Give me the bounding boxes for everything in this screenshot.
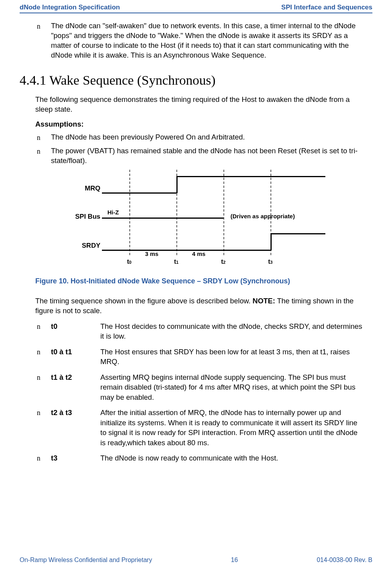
assumptions-list: The dNode has been previously Powered On… bbox=[35, 132, 365, 166]
diagram-vline-t0 bbox=[129, 170, 130, 255]
srdy-high-segment bbox=[270, 233, 325, 234]
footer-left: On-Ramp Wireless Confidential and Propri… bbox=[20, 557, 152, 564]
intro-bullet: The dNode can "self-awaken" due to netwo… bbox=[51, 21, 365, 60]
timing-item: t0 The Host decides to communicate with … bbox=[51, 321, 365, 341]
timing-item: t0 à t1 The Host ensures that SRDY has b… bbox=[51, 347, 365, 367]
timing-desc: Asserting MRQ begins internal dNode supp… bbox=[100, 372, 365, 403]
mrq-rise-edge bbox=[176, 176, 178, 193]
footer: On-Ramp Wireless Confidential and Propri… bbox=[20, 557, 372, 564]
srdy-label: SRDY bbox=[63, 242, 100, 250]
timing-key: t3 bbox=[51, 453, 100, 463]
timing-desc: The dNode is now ready to communicate wi… bbox=[100, 453, 365, 463]
hiz-label: Hi-Z bbox=[107, 209, 119, 216]
spi-line bbox=[102, 218, 223, 219]
timing-key: t0 à t1 bbox=[51, 347, 100, 367]
figure-caption: Figure 10. Host-Initiated dNode Wake Seq… bbox=[35, 277, 365, 285]
srdy-low-segment bbox=[102, 250, 270, 251]
duration-3ms: 3 ms bbox=[145, 250, 158, 257]
assumptions-label: Assumptions: bbox=[35, 120, 365, 129]
diagram-vline-t2 bbox=[223, 170, 224, 255]
after-figure-note: The timing sequence shown in the figure … bbox=[35, 296, 365, 316]
timing-list: t0 The Host decides to communicate with … bbox=[35, 321, 365, 463]
timing-key: t1 à t2 bbox=[51, 372, 100, 403]
section-number: 4.4.1 bbox=[20, 73, 46, 87]
intro-bullets: The dNode can "self-awaken" due to netwo… bbox=[35, 21, 365, 60]
timing-item: t1 à t2 Asserting MRQ begins internal dN… bbox=[51, 372, 365, 403]
header-left: dNode Integration Specification bbox=[20, 4, 120, 11]
assumption-item: The dNode has been previously Powered On… bbox=[51, 132, 365, 142]
timing-desc: The Host decides to communicate with the… bbox=[100, 321, 365, 341]
timing-diagram: MRQ SPI Bus Hi-Z (Driven as appropriate)… bbox=[63, 170, 337, 272]
header-bar: dNode Integration Specification SPI Inte… bbox=[20, 0, 372, 13]
duration-4ms: 4 ms bbox=[192, 250, 205, 257]
footer-page-number: 16 bbox=[231, 557, 238, 564]
tick-t0: t0 bbox=[127, 258, 131, 265]
mrq-high-segment bbox=[176, 176, 325, 177]
timing-item: t2 à t3 After the initial assertion of M… bbox=[51, 408, 365, 448]
srdy-rise-edge bbox=[270, 233, 272, 250]
mrq-label: MRQ bbox=[63, 185, 100, 192]
timing-key: t0 bbox=[51, 321, 100, 341]
timing-item: t3 The dNode is now ready to communicate… bbox=[51, 453, 365, 463]
mrq-low-segment bbox=[102, 192, 176, 194]
footer-right: 014-0038-00 Rev. B bbox=[317, 557, 372, 564]
tick-t2: t2 bbox=[221, 258, 225, 265]
assumption-item: The power (VBATT) has remained stable an… bbox=[51, 146, 365, 166]
timing-key: t2 à t3 bbox=[51, 408, 100, 448]
section-title: Wake Sequence (Synchronous) bbox=[49, 73, 216, 87]
timing-desc: After the initial assertion of MRQ, the … bbox=[100, 408, 365, 448]
tick-t1: t1 bbox=[174, 258, 178, 265]
main-content: The dNode can "self-awaken" due to netwo… bbox=[20, 13, 372, 463]
header-right: SPI Interface and Sequences bbox=[281, 4, 372, 11]
spi-label: SPI Bus bbox=[63, 213, 100, 221]
tick-t3: t3 bbox=[268, 258, 272, 265]
driven-label: (Driven as appropriate) bbox=[230, 213, 295, 219]
section-intro: The following sequence demonstrates the … bbox=[35, 95, 365, 114]
timing-desc: The Host ensures that SRDY has been low … bbox=[100, 347, 365, 367]
section-heading: 4.4.1 Wake Sequence (Synchronous) bbox=[20, 73, 365, 88]
